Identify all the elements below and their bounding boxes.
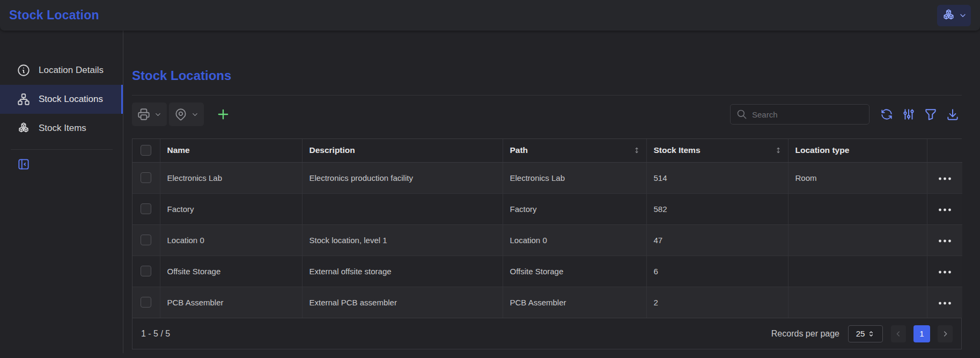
cell-path: Factory xyxy=(503,193,646,224)
cell-description: External offsite storage xyxy=(302,255,503,287)
column-header-description: Description xyxy=(302,139,503,162)
table-body: Electronics Lab Electronics production f… xyxy=(132,162,962,318)
sort-icon xyxy=(632,146,641,155)
cell-stock-items: 514 xyxy=(646,162,788,193)
row-checkbox[interactable] xyxy=(141,235,151,245)
cell-description: Electronics production facility xyxy=(302,162,503,193)
packages-icon xyxy=(941,8,956,23)
cell-path: PCB Assembler xyxy=(503,287,646,318)
row-checkbox[interactable] xyxy=(141,297,151,308)
cell-name: Offsite Storage xyxy=(160,255,302,287)
printer-icon xyxy=(137,107,151,121)
table-row[interactable]: Factory Factory 582 xyxy=(132,193,962,224)
search-box[interactable] xyxy=(730,104,870,125)
plus-icon xyxy=(216,107,231,122)
dots-icon xyxy=(938,176,952,181)
cell-stock-items: 47 xyxy=(646,224,788,255)
sort-icon xyxy=(774,146,783,155)
stock-nav-dropdown-button[interactable] xyxy=(937,5,971,26)
chevron-left-icon xyxy=(894,330,903,338)
table-settings-button[interactable] xyxy=(899,105,918,124)
table-row[interactable]: Electronics Lab Electronics production f… xyxy=(132,162,962,193)
row-actions-button[interactable] xyxy=(938,207,952,213)
sidebar-collapse-button[interactable] xyxy=(17,157,31,171)
column-header-stock-items[interactable]: Stock Items xyxy=(646,139,788,162)
panel-heading: Stock Locations xyxy=(132,68,962,83)
row-actions-button[interactable] xyxy=(938,176,952,181)
table-footer: 1 - 5 / 5 Records per page 25 xyxy=(132,318,961,349)
cell-stock-items: 2 xyxy=(646,287,788,318)
cell-location-type: Room xyxy=(788,162,927,193)
column-header-actions xyxy=(927,139,962,162)
chevron-right-icon xyxy=(941,330,949,338)
table-toolbar xyxy=(132,103,962,126)
refresh-icon xyxy=(880,107,894,121)
column-header-location-type: Location type xyxy=(788,139,927,162)
sidebar-item-stock-items[interactable]: Stock Items xyxy=(0,114,123,143)
records-per-page-select[interactable]: 25 xyxy=(848,325,883,342)
heading-divider xyxy=(132,95,962,96)
cell-path: Electronics Lab xyxy=(503,162,646,193)
cell-description xyxy=(302,193,503,224)
table-row[interactable]: Location 0 Stock location, level 1 Locat… xyxy=(132,224,962,255)
page-1-button[interactable]: 1 xyxy=(913,325,930,342)
stock-locations-table: Name Description Path xyxy=(132,138,962,349)
column-header-path[interactable]: Path xyxy=(503,139,646,162)
previous-page-button[interactable] xyxy=(891,325,906,342)
sitemap-icon xyxy=(17,92,31,106)
cell-location-type xyxy=(788,224,927,255)
table-row[interactable]: PCB Assembler External PCB assembler PCB… xyxy=(132,287,962,318)
sidebar-item-stock-locations[interactable]: Stock Locations xyxy=(0,85,123,114)
add-stock-location-button[interactable] xyxy=(216,107,231,122)
print-actions-button[interactable] xyxy=(132,103,167,126)
row-actions-button[interactable] xyxy=(938,238,952,244)
row-checkbox[interactable] xyxy=(141,172,151,183)
packages-icon xyxy=(17,121,31,135)
cell-location-type xyxy=(788,193,927,224)
location-actions-button[interactable] xyxy=(169,103,204,126)
top-bar: Stock Location xyxy=(0,0,980,31)
table-header-row: Name Description Path xyxy=(132,139,962,162)
map-pin-icon xyxy=(174,107,188,121)
pagination: 1 xyxy=(891,325,953,342)
info-circle-icon xyxy=(17,63,31,77)
cell-stock-items: 6 xyxy=(646,255,788,287)
cell-name: Location 0 xyxy=(160,224,302,255)
sidebar-item-label: Stock Items xyxy=(39,123,86,134)
cell-name: PCB Assembler xyxy=(160,287,302,318)
next-page-button[interactable] xyxy=(938,325,953,342)
refresh-button[interactable] xyxy=(877,105,896,124)
adjustments-icon xyxy=(902,107,916,121)
record-range-label: 1 - 5 / 5 xyxy=(141,329,170,339)
dots-icon xyxy=(938,238,952,244)
cell-path: Offsite Storage xyxy=(503,255,646,287)
row-checkbox[interactable] xyxy=(141,266,151,276)
dots-icon xyxy=(938,269,952,275)
cell-name: Factory xyxy=(160,193,302,224)
cell-path: Location 0 xyxy=(503,224,646,255)
chevron-down-icon xyxy=(191,111,199,119)
search-icon xyxy=(736,109,747,120)
cell-location-type xyxy=(788,255,927,287)
sidebar-item-location-details[interactable]: Location Details xyxy=(0,56,123,85)
search-input[interactable] xyxy=(752,110,863,119)
row-actions-button[interactable] xyxy=(938,269,952,275)
records-per-page-label: Records per page xyxy=(771,329,839,339)
select-all-checkbox[interactable] xyxy=(141,145,151,156)
panel-content: Stock Locations xyxy=(123,31,980,358)
row-checkbox[interactable] xyxy=(141,203,151,214)
sidebar-collapse-icon xyxy=(17,157,31,171)
sidebar-item-label: Stock Locations xyxy=(39,94,103,105)
header-select-all-cell xyxy=(132,139,160,162)
cell-location-type xyxy=(788,287,927,318)
row-actions-button[interactable] xyxy=(938,301,952,306)
download-button[interactable] xyxy=(943,105,962,124)
column-header-name: Name xyxy=(160,139,302,162)
filter-button[interactable] xyxy=(921,105,940,124)
selector-icon xyxy=(867,330,875,338)
table-row[interactable]: Offsite Storage External offsite storage… xyxy=(132,255,962,287)
sidebar-item-label: Location Details xyxy=(39,65,104,76)
cell-description: Stock location, level 1 xyxy=(302,224,503,255)
chevron-down-icon xyxy=(154,111,162,119)
cell-stock-items: 582 xyxy=(646,193,788,224)
